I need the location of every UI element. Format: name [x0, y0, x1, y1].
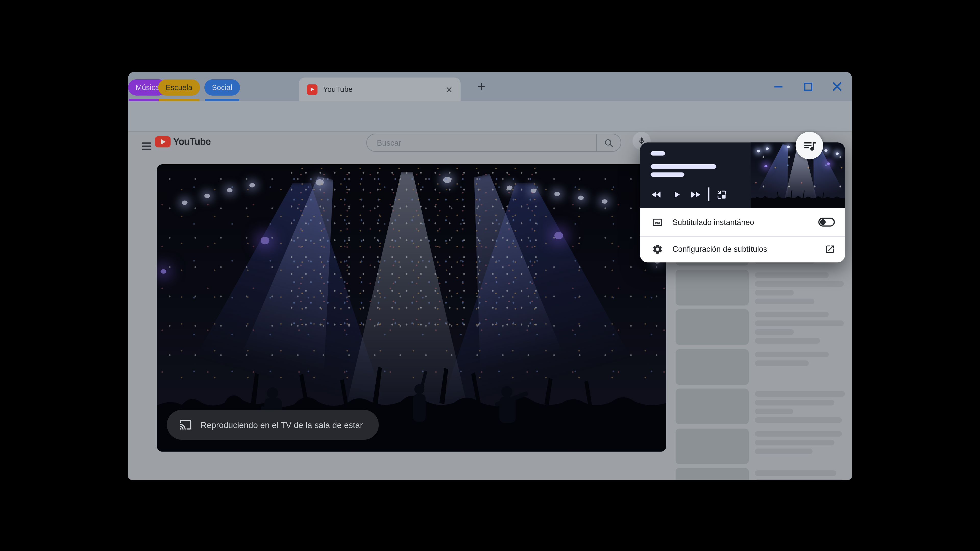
tab-group-label: Social	[204, 79, 240, 96]
browser-toolbar: youtube.com/watch/	[128, 101, 852, 131]
suggested-video-item[interactable]	[676, 270, 845, 305]
live-caption-label: Subtitulado instantáneo	[673, 218, 754, 226]
suggested-video-text-skeleton	[755, 309, 845, 345]
next-track-button[interactable]	[689, 188, 701, 200]
suggested-video-text-skeleton	[755, 428, 845, 464]
global-media-controls-button[interactable]	[796, 132, 823, 159]
new-tab-button[interactable]	[473, 78, 490, 95]
tab-close-button[interactable]	[443, 84, 454, 95]
tab-group-chip[interactable]: Social	[204, 79, 240, 96]
tab-title: YouTube	[323, 85, 443, 94]
suggested-video-thumbnail	[676, 309, 749, 345]
youtube-wordmark: YouTube	[173, 136, 210, 148]
crowd-silhouette	[751, 186, 845, 208]
suggested-video-item[interactable]	[676, 428, 845, 464]
menu-button[interactable]	[138, 138, 155, 155]
tab-group-underline	[159, 99, 199, 101]
gear-icon	[652, 244, 663, 255]
live-caption-toggle[interactable]	[818, 218, 835, 227]
cast-status-text: Reproduciendo en el TV de la sala de est…	[200, 420, 363, 430]
tab-strip: Música Escuela Social YouTube	[128, 72, 852, 101]
minimize-button[interactable]	[764, 72, 793, 101]
youtube-search-bar[interactable]: Buscar	[366, 134, 621, 152]
screen: Música Escuela Social YouTube	[0, 0, 980, 551]
queue-music-icon	[802, 138, 816, 152]
maximize-button[interactable]	[793, 72, 822, 101]
browser-window: Música Escuela Social YouTube	[128, 72, 852, 480]
youtube-favicon-icon	[307, 84, 318, 95]
search-button[interactable]	[597, 138, 620, 148]
suggested-video-item[interactable]	[676, 389, 845, 424]
tab-group-underline	[205, 99, 239, 101]
suggested-video-thumbnail	[676, 428, 749, 464]
media-controls-popup: Subtitulado instantáneo Configuración de…	[640, 142, 845, 262]
suggested-video-text-skeleton	[755, 468, 845, 480]
youtube-logo[interactable]: YouTube	[155, 136, 210, 148]
play-button[interactable]	[671, 189, 682, 200]
suggested-video-thumbnail	[676, 389, 749, 424]
caption-settings-label: Configuración de subtítulos	[673, 245, 767, 254]
media-controls	[651, 184, 727, 205]
suggested-video-text-skeleton	[755, 270, 845, 305]
tab-youtube[interactable]: YouTube	[299, 78, 461, 101]
live-caption-row[interactable]: Subtitulado instantáneo	[640, 208, 845, 236]
suggested-video-text-skeleton	[755, 389, 845, 424]
tab-group-label: Escuela	[158, 79, 200, 96]
suggested-video-thumbnail	[676, 270, 749, 305]
cast-status-banner: Reproduciendo en el TV de la sala de est…	[167, 410, 379, 440]
youtube-play-icon	[155, 136, 170, 147]
video-player[interactable]: Reproduciendo en el TV de la sala de est…	[157, 164, 667, 452]
close-window-button[interactable]	[822, 72, 852, 101]
suggested-videos-list	[676, 230, 845, 480]
search-placeholder: Buscar	[377, 138, 597, 147]
picture-in-picture-button[interactable]	[716, 189, 727, 200]
window-controls	[764, 72, 852, 101]
cast-icon	[180, 419, 192, 431]
dim-overlay	[157, 164, 667, 452]
closed-caption-icon	[652, 217, 663, 228]
suggested-video-item[interactable]	[676, 468, 845, 480]
suggested-video-text-skeleton	[755, 349, 845, 385]
caption-settings-row[interactable]: Configuración de subtítulos	[640, 236, 845, 262]
previous-track-button[interactable]	[651, 188, 662, 200]
suggested-video-item[interactable]	[676, 349, 845, 385]
tab-group-chip[interactable]: Escuela	[158, 79, 200, 96]
open-in-new-icon[interactable]	[825, 245, 835, 254]
suggested-video-item[interactable]	[676, 309, 845, 345]
suggested-video-thumbnail	[676, 349, 749, 385]
suggested-video-thumbnail	[676, 468, 749, 480]
controls-divider	[708, 187, 709, 201]
